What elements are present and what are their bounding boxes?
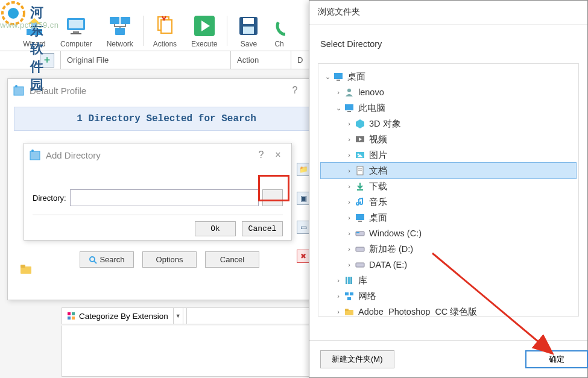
- tree-row-documents[interactable]: ›文档: [321, 163, 576, 178]
- col-original-file[interactable]: Original File: [60, 51, 230, 69]
- tree-row-network[interactable]: ›网络: [321, 288, 576, 304]
- svg-line-26: [94, 261, 96, 263]
- directory-label: Directory:: [33, 194, 66, 203]
- add-dir-close-button[interactable]: ×: [270, 150, 286, 160]
- add-dir-help-button[interactable]: ?: [253, 150, 270, 160]
- downloads-icon: [355, 181, 365, 192]
- svg-rect-33: [334, 73, 343, 79]
- new-folder-button[interactable]: 新建文件夹(M): [320, 350, 394, 368]
- categorize-dropdown[interactable]: ▼: [174, 308, 183, 324]
- drive-icon: [355, 228, 365, 239]
- svg-rect-34: [337, 80, 340, 81]
- documents-icon: [355, 165, 365, 176]
- svg-rect-32: [72, 317, 75, 320]
- pc-icon: [344, 102, 355, 113]
- side-unknown1-button[interactable]: ▣: [297, 192, 310, 205]
- svg-rect-56: [350, 277, 352, 284]
- tree-row-libraries[interactable]: ›库: [321, 272, 576, 288]
- desktop-icon: [355, 212, 365, 223]
- tree-row-lenovo[interactable]: ›lenovo: [321, 84, 576, 100]
- actions-label: Actions: [153, 40, 177, 48]
- directory-input[interactable]: [70, 189, 259, 206]
- side-delete-button[interactable]: ✖: [297, 250, 310, 263]
- svg-rect-57: [345, 292, 349, 295]
- tree-row-videos[interactable]: ›视频: [321, 131, 576, 147]
- svg-rect-6: [69, 20, 83, 28]
- svg-rect-13: [161, 20, 172, 33]
- folder-icon: [344, 306, 355, 317]
- execute-icon: [193, 14, 216, 37]
- save-button[interactable]: Save: [230, 11, 267, 51]
- col-action[interactable]: Action: [230, 51, 291, 69]
- svg-rect-30: [72, 312, 75, 315]
- drive-icon: [355, 259, 365, 270]
- tree-row-c-drive[interactable]: ›Windows (C:): [321, 225, 576, 241]
- tree-row-downloads[interactable]: ›下载: [321, 178, 576, 194]
- add-dir-cancel-button[interactable]: Cancel: [242, 221, 283, 236]
- add-dir-icon: [29, 149, 41, 161]
- tree-row-d-drive[interactable]: ›新加卷 (D:): [321, 241, 576, 257]
- watermark-url: www.pc0359.cn: [0, 20, 59, 30]
- svg-rect-58: [350, 292, 353, 295]
- tree-row-ps-folder[interactable]: ›Adobe_Photoshop_CC 绿色版: [321, 304, 576, 317]
- side-add-folder-button[interactable]: 📁: [297, 163, 310, 176]
- ch-label: Ch: [274, 40, 283, 48]
- browse-dialog-title: 浏览文件夹: [309, 1, 587, 25]
- save-icon: [237, 14, 260, 37]
- network-icon: [344, 291, 355, 301]
- svg-rect-61: [345, 309, 349, 311]
- svg-rect-37: [347, 111, 351, 112]
- pictures-icon: [355, 150, 365, 160]
- profile-icon: [13, 84, 25, 96]
- computer-button[interactable]: Computer: [53, 11, 100, 51]
- svg-rect-59: [347, 297, 351, 300]
- tree-row-desktop2[interactable]: ›桌面: [321, 210, 576, 225]
- folder-icon: [20, 263, 32, 275]
- execute-button[interactable]: Execute: [184, 11, 224, 51]
- actions-button[interactable]: Actions: [146, 11, 184, 51]
- svg-rect-17: [243, 18, 254, 24]
- svg-point-19: [277, 17, 285, 34]
- add-dir-ok-button[interactable]: Ok: [195, 221, 236, 236]
- svg-rect-54: [346, 277, 347, 284]
- tree-row-e-drive[interactable]: ›DATA (E:): [321, 257, 576, 272]
- side-action-column: 📁 ▣ ▭ ✖: [297, 163, 310, 263]
- drive-icon: [355, 244, 365, 254]
- tree-row-3dobjects[interactable]: ›3D 对象: [321, 116, 576, 131]
- svg-rect-29: [68, 312, 71, 315]
- categorize-label-cell[interactable]: Categorize By Extension: [62, 308, 174, 324]
- categorize-label: Categorize By Extension: [79, 312, 168, 321]
- svg-rect-27: [30, 151, 40, 160]
- svg-point-42: [358, 154, 359, 156]
- music-icon: [355, 197, 365, 207]
- network-button[interactable]: Network: [100, 11, 141, 51]
- tree-row-pictures[interactable]: ›图片: [321, 147, 576, 163]
- tree-row-thispc[interactable]: ⌄此电脑: [321, 100, 576, 116]
- svg-rect-18: [243, 27, 254, 34]
- save-label: Save: [241, 40, 257, 48]
- folder-tree[interactable]: ⌄桌面 ›lenovo ⌄此电脑 ›3D 对象 ›视频 ›图片 ›文档 ›下载 …: [318, 63, 579, 317]
- svg-rect-48: [356, 214, 364, 220]
- browse-button[interactable]: ...: [262, 189, 283, 206]
- ch-button[interactable]: Ch: [267, 11, 285, 51]
- svg-rect-24: [21, 265, 25, 268]
- search-button[interactable]: Search: [80, 251, 134, 268]
- profile-help-button[interactable]: ?: [286, 85, 303, 96]
- svg-rect-11: [115, 28, 125, 35]
- tree-row-desktop[interactable]: ⌄桌面: [321, 69, 576, 84]
- side-edit-button[interactable]: ▭: [297, 221, 310, 234]
- browse-ok-button[interactable]: 确定: [525, 350, 588, 368]
- profile-cancel-button[interactable]: Cancel: [205, 251, 259, 268]
- add-directory-dialog: Add Directory ? × Directory: ... Ok Canc…: [24, 143, 292, 241]
- svg-rect-53: [356, 263, 364, 267]
- svg-rect-31: [68, 317, 71, 320]
- svg-point-28: [31, 150, 34, 152]
- options-button[interactable]: Options: [142, 251, 197, 268]
- tree-row-music[interactable]: ›音乐: [321, 194, 576, 210]
- network-icon: [109, 14, 131, 37]
- svg-rect-49: [358, 221, 362, 222]
- refresh-icon: [274, 14, 285, 37]
- libraries-icon: [344, 275, 355, 286]
- cube-icon: [355, 118, 365, 129]
- svg-point-25: [90, 257, 95, 262]
